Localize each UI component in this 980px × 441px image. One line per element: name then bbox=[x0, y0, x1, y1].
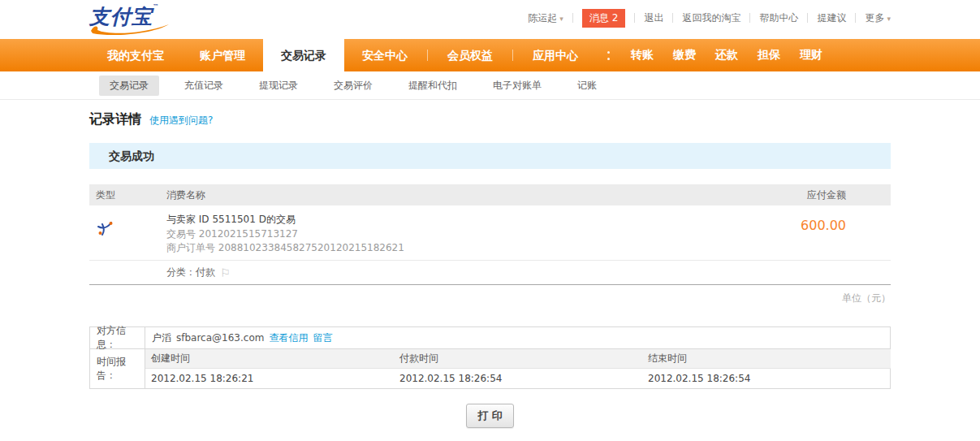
header-name: 消费名称 bbox=[162, 188, 761, 202]
time-report-label: 时间报告： bbox=[90, 349, 145, 388]
quicklink-pay-bills[interactable]: 缴费 bbox=[673, 48, 696, 63]
separator bbox=[807, 13, 808, 23]
logo-trademark: ™ bbox=[153, 3, 159, 11]
messages-count: 2 bbox=[612, 12, 619, 24]
counterparty-email: sfbarca@163.com bbox=[176, 332, 264, 344]
messages-label: 消息 bbox=[589, 12, 609, 24]
separator bbox=[634, 13, 635, 23]
top-header: 支付宝™ 陈运起▾ 消息2 退出 返回我的淘宝 帮助中心 提建议 更多▾ bbox=[0, 0, 980, 39]
tab-my-alipay[interactable]: 我的支付宝 bbox=[89, 39, 182, 71]
more-label: 更多 bbox=[865, 12, 884, 24]
subnav-e-statements[interactable]: 电子对账单 bbox=[482, 76, 552, 96]
separator bbox=[855, 13, 856, 23]
time-table-header: 创建时间 付款时间 结束时间 bbox=[145, 349, 891, 369]
page-title: 记录详情 bbox=[89, 111, 141, 128]
subnav-withdrawal-records[interactable]: 提现记录 bbox=[248, 76, 309, 96]
chevron-down-icon: ▾ bbox=[887, 15, 891, 23]
trouble-help-link[interactable]: 使用遇到问题? bbox=[149, 114, 213, 128]
user-menu[interactable]: 陈运起▾ bbox=[528, 11, 563, 25]
header-amount: 应付金额 bbox=[761, 188, 891, 202]
chevron-down-icon: ▾ bbox=[559, 15, 563, 23]
logo-text: 支付宝 bbox=[89, 5, 153, 28]
transaction-type-icon bbox=[96, 219, 114, 237]
subnav-recharge-records[interactable]: 充值记录 bbox=[174, 76, 234, 96]
flag-icon[interactable]: ⚐ bbox=[220, 266, 231, 279]
counterparty-row: 对方信息： 户滔 sfbarca@163.com 查看信用 留言 bbox=[90, 327, 890, 349]
table-row: 与卖家 ID 5511501 D的交易 交易号 2012021515713127… bbox=[89, 205, 891, 260]
table-header: 类型 消费名称 应付金额 bbox=[89, 184, 891, 205]
feedback-link[interactable]: 提建议 bbox=[817, 11, 846, 25]
status-banner: 交易成功 bbox=[89, 143, 891, 169]
logout-link[interactable]: 退出 bbox=[644, 11, 663, 25]
help-center-link[interactable]: 帮助中心 bbox=[759, 11, 798, 25]
subnav-reminders-debits[interactable]: 提醒和代扣 bbox=[398, 76, 468, 96]
sub-nav: 交易记录 充值记录 提现记录 交易评价 提醒和代扣 电子对账单 记账 bbox=[0, 71, 980, 100]
alipay-logo[interactable]: 支付宝™ bbox=[89, 3, 175, 36]
quicklink-guarantee[interactable]: 担保 bbox=[758, 48, 780, 63]
cell-name: 与卖家 ID 5511501 D的交易 交易号 2012021515713127… bbox=[162, 213, 761, 254]
separator bbox=[572, 13, 573, 23]
tab-transaction-records[interactable]: 交易记录 bbox=[263, 39, 344, 71]
main-nav: 我的支付宝 账户管理 交易记录 安全中心 会员权益 应用中心 转账 缴费 还款 … bbox=[0, 39, 980, 71]
time-report-row: 时间报告： 创建时间 付款时间 结束时间 2012.02.15 18:26:21… bbox=[90, 349, 890, 388]
counterparty-info: 户滔 sfbarca@163.com 查看信用 留言 bbox=[145, 327, 332, 348]
leave-message-link[interactable]: 留言 bbox=[313, 331, 332, 345]
tab-security-center[interactable]: 安全中心 bbox=[344, 39, 425, 71]
trade-number: 交易号 2012021515713127 bbox=[166, 227, 761, 240]
tab-app-center[interactable]: 应用中心 bbox=[515, 39, 596, 71]
unit-note: 单位（元） bbox=[89, 285, 891, 305]
time-table: 创建时间 付款时间 结束时间 2012.02.15 18:26:21 2012.… bbox=[145, 349, 891, 388]
dotted-separator bbox=[607, 51, 610, 60]
cell-type bbox=[89, 213, 162, 254]
quicklink-transfer[interactable]: 转账 bbox=[631, 48, 654, 63]
top-menu: 陈运起▾ 消息2 退出 返回我的淘宝 帮助中心 提建议 更多▾ bbox=[528, 0, 891, 36]
username: 陈运起 bbox=[528, 12, 557, 24]
quicklink-repayment[interactable]: 还款 bbox=[715, 48, 738, 63]
header-type: 类型 bbox=[89, 188, 162, 202]
paid-time-value: 2012.02.15 18:26:54 bbox=[394, 373, 642, 384]
subnav-bookkeeping[interactable]: 记账 bbox=[567, 76, 607, 96]
print-button[interactable]: 打 印 bbox=[466, 404, 514, 428]
separator bbox=[427, 50, 428, 61]
time-table-values: 2012.02.15 18:26:21 2012.02.15 18:26:54 … bbox=[145, 369, 891, 387]
created-time-header: 创建时间 bbox=[145, 352, 394, 365]
transaction-title: 与卖家 ID 5511501 D的交易 bbox=[166, 213, 761, 226]
tab-member-benefits[interactable]: 会员权益 bbox=[430, 39, 511, 71]
details-table: 对方信息： 户滔 sfbarca@163.com 查看信用 留言 时间报告： 创… bbox=[89, 326, 891, 389]
more-menu[interactable]: 更多▾ bbox=[865, 11, 891, 25]
separator bbox=[672, 13, 673, 23]
back-to-taobao-link[interactable]: 返回我的淘宝 bbox=[682, 11, 740, 25]
subnav-transaction-records[interactable]: 交易记录 bbox=[99, 76, 159, 96]
status-text: 交易成功 bbox=[109, 149, 154, 162]
created-time-value: 2012.02.15 18:26:21 bbox=[145, 373, 394, 384]
check-credit-link[interactable]: 查看信用 bbox=[269, 331, 308, 345]
merchant-order-number: 商户订单号 208810233845827520120215182621 bbox=[166, 241, 761, 254]
counterparty-label: 对方信息： bbox=[90, 327, 145, 348]
category-row: 分类：付款 ⚐ bbox=[89, 261, 891, 284]
transaction-amount: 600.00 bbox=[761, 213, 891, 254]
paid-time-header: 付款时间 bbox=[394, 352, 642, 365]
messages-badge[interactable]: 消息2 bbox=[582, 9, 626, 28]
ended-time-value: 2012.02.15 18:26:54 bbox=[642, 373, 891, 384]
print-row: 打 印 bbox=[89, 404, 891, 428]
title-row: 记录详情 使用遇到问题? bbox=[89, 111, 891, 129]
quicklink-wealth[interactable]: 理财 bbox=[800, 48, 822, 63]
ended-time-header: 结束时间 bbox=[642, 352, 891, 365]
transaction-table: 类型 消费名称 应付金额 与卖家 ID 5511501 D的交易 交易号 201… bbox=[89, 184, 891, 305]
separator bbox=[512, 50, 513, 61]
separator bbox=[749, 13, 750, 23]
counterparty-name: 户滔 bbox=[152, 331, 171, 345]
category-text: 分类：付款 bbox=[166, 266, 215, 279]
tab-account-management[interactable]: 账户管理 bbox=[182, 39, 263, 71]
subnav-transaction-reviews[interactable]: 交易评价 bbox=[323, 76, 383, 96]
